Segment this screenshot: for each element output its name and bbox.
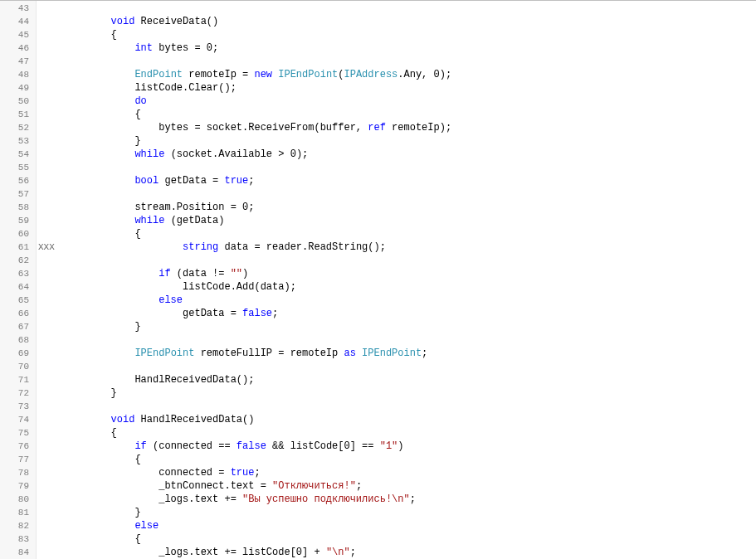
code-line[interactable]: if (connected == false && listCode[0] ==… xyxy=(63,440,756,453)
line-number: 72 xyxy=(0,386,29,400)
code-line[interactable]: connected = true; xyxy=(63,466,756,479)
code-line[interactable] xyxy=(63,161,756,174)
marker-cell xyxy=(37,466,60,479)
code-line[interactable]: { xyxy=(63,227,756,241)
code-line[interactable]: if (data != "") xyxy=(63,267,756,280)
code-line[interactable]: } xyxy=(63,134,756,148)
marker-cell xyxy=(37,413,60,426)
code-line[interactable]: _logs.text += "Вы успешно подключились!\… xyxy=(63,493,756,506)
marker-cell xyxy=(37,148,60,161)
marker-cell xyxy=(37,55,60,68)
line-number: 47 xyxy=(0,55,29,68)
code-line[interactable]: { xyxy=(63,108,756,121)
marker-cell xyxy=(37,81,60,95)
line-number: 84 xyxy=(0,546,29,559)
line-number: 66 xyxy=(0,307,29,320)
code-line[interactable]: { xyxy=(63,28,756,41)
marker-column: XXX xyxy=(37,1,60,559)
marker-cell xyxy=(37,307,60,320)
code-line[interactable]: bool getData = true; xyxy=(63,174,756,187)
code-line[interactable] xyxy=(63,400,756,413)
code-line[interactable]: void HandlReceivedData() xyxy=(63,413,756,426)
line-number: 71 xyxy=(0,373,29,386)
code-line[interactable]: bytes = socket.ReceiveFrom(buffer, ref r… xyxy=(63,121,756,134)
marker-cell xyxy=(37,519,60,532)
line-number: 49 xyxy=(0,81,29,95)
marker-cell xyxy=(37,400,60,413)
code-line[interactable]: } xyxy=(63,386,756,400)
code-line[interactable]: else xyxy=(63,294,756,307)
line-number: 65 xyxy=(0,294,29,307)
code-line[interactable]: { xyxy=(63,532,756,546)
code-line[interactable] xyxy=(63,55,756,68)
marker-cell xyxy=(37,2,60,15)
code-line[interactable]: while (socket.Available > 0); xyxy=(63,148,756,161)
marker-cell xyxy=(37,254,60,267)
line-number: 56 xyxy=(0,174,29,187)
line-number: 73 xyxy=(0,400,29,413)
marker-cell xyxy=(37,373,60,386)
code-line[interactable]: else xyxy=(63,519,756,532)
code-line[interactable]: listCode.Clear(); xyxy=(63,81,756,95)
line-number: 50 xyxy=(0,95,29,108)
marker-cell xyxy=(37,95,60,108)
marker-cell xyxy=(37,108,60,121)
marker-cell xyxy=(37,28,60,41)
line-number: 63 xyxy=(0,267,29,280)
line-number: 77 xyxy=(0,453,29,466)
code-line[interactable]: getData = false; xyxy=(63,307,756,320)
marker-cell xyxy=(37,214,60,227)
code-area[interactable]: void ReceiveData() { int bytes = 0; EndP… xyxy=(60,1,756,559)
line-number: 54 xyxy=(0,148,29,161)
code-line[interactable] xyxy=(63,333,756,347)
code-line[interactable]: HandlReceivedData(); xyxy=(63,373,756,386)
marker-cell xyxy=(37,227,60,241)
line-number: 55 xyxy=(0,161,29,174)
marker-cell xyxy=(37,134,60,148)
code-line[interactable]: { xyxy=(63,453,756,466)
marker-cell xyxy=(37,68,60,81)
marker-cell xyxy=(37,360,60,373)
code-line[interactable]: } xyxy=(63,506,756,519)
line-number: 60 xyxy=(0,227,29,241)
code-line[interactable] xyxy=(63,360,756,373)
marker-cell xyxy=(37,280,60,294)
line-number: 59 xyxy=(0,214,29,227)
code-line[interactable] xyxy=(63,187,756,201)
code-line[interactable]: do xyxy=(63,95,756,108)
code-line[interactable]: int bytes = 0; xyxy=(63,41,756,55)
code-line[interactable]: } xyxy=(63,320,756,333)
code-line[interactable]: _btnConnect.text = "Отключиться!"; xyxy=(63,479,756,493)
code-line[interactable]: stream.Position = 0; xyxy=(63,201,756,214)
marker-cell xyxy=(37,41,60,55)
line-number: 61 xyxy=(0,241,29,254)
line-number: 74 xyxy=(0,413,29,426)
code-line[interactable]: IPEndPoint remoteFullIP = remoteIp as IP… xyxy=(63,347,756,360)
line-number: 82 xyxy=(0,519,29,532)
code-line[interactable] xyxy=(63,2,756,15)
code-line[interactable]: string data = reader.ReadString(); xyxy=(63,241,756,254)
marker-cell xyxy=(37,386,60,400)
line-number: 44 xyxy=(0,15,29,28)
marker-cell xyxy=(37,506,60,519)
code-line[interactable]: _logs.text += listCode[0] + "\n"; xyxy=(63,546,756,559)
marker-cell xyxy=(37,161,60,174)
line-number: 52 xyxy=(0,121,29,134)
marker-cell: XXX xyxy=(37,241,60,254)
code-line[interactable]: EndPoint remoteIp = new IPEndPoint(IPAdd… xyxy=(63,68,756,81)
line-number: 70 xyxy=(0,360,29,373)
marker-cell xyxy=(37,174,60,187)
line-number: 75 xyxy=(0,426,29,440)
marker-cell xyxy=(37,453,60,466)
marker-cell xyxy=(37,187,60,201)
marker-cell xyxy=(37,493,60,506)
code-line[interactable] xyxy=(63,254,756,267)
marker-cell xyxy=(37,440,60,453)
marker-cell xyxy=(37,347,60,360)
code-line[interactable]: listCode.Add(data); xyxy=(63,280,756,294)
code-editor[interactable]: 4344454647484950515253545556575859606162… xyxy=(0,0,756,559)
line-number: 57 xyxy=(0,187,29,201)
code-line[interactable]: { xyxy=(63,426,756,440)
code-line[interactable]: void ReceiveData() xyxy=(63,15,756,28)
code-line[interactable]: while (getData) xyxy=(63,214,756,227)
